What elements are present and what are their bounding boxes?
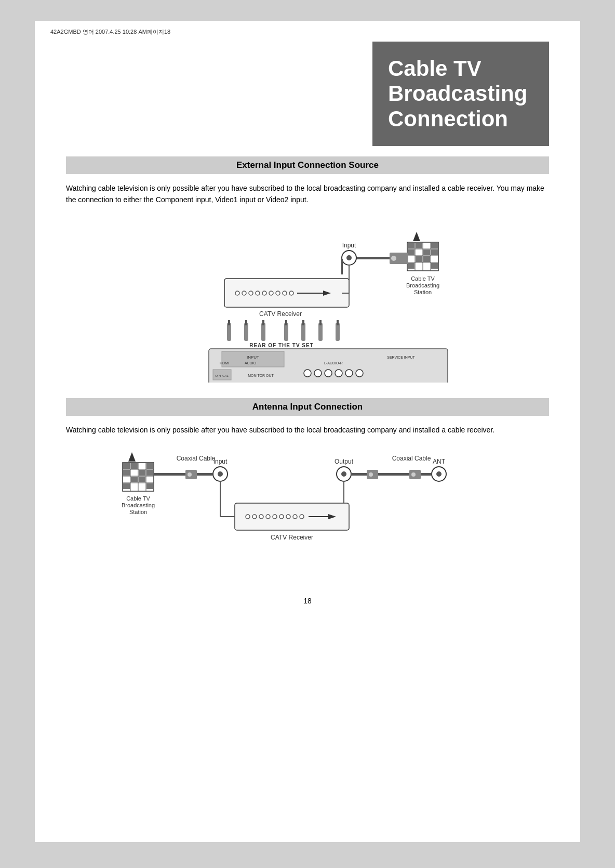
- svg-rect-98: [139, 477, 145, 482]
- diagram2-area: Cable TV Broadcasting Station Coaxial Ca…: [66, 446, 549, 581]
- svg-text:CATV Receiver: CATV Receiver: [259, 310, 302, 318]
- svg-point-107: [188, 472, 192, 477]
- svg-point-65: [335, 370, 342, 377]
- svg-rect-134: [378, 473, 409, 476]
- svg-rect-13: [431, 249, 438, 255]
- svg-rect-108: [197, 473, 212, 476]
- svg-rect-15: [423, 256, 430, 262]
- page-number: 18: [66, 597, 549, 605]
- svg-rect-11: [408, 249, 415, 255]
- svg-rect-95: [139, 470, 145, 476]
- svg-rect-8: [408, 243, 415, 248]
- svg-point-121: [300, 515, 304, 519]
- svg-rect-9: [416, 243, 422, 248]
- svg-rect-12: [423, 249, 430, 255]
- svg-point-136: [411, 472, 416, 477]
- svg-point-139: [436, 471, 442, 477]
- cable-station-bottom: Cable TV Broadcasting Station: [122, 452, 155, 515]
- svg-point-116: [266, 515, 270, 519]
- svg-point-63: [314, 370, 322, 377]
- svg-point-66: [345, 370, 353, 377]
- svg-point-120: [293, 515, 297, 519]
- svg-point-64: [325, 370, 332, 377]
- svg-rect-91: [123, 463, 130, 469]
- svg-point-110: [218, 471, 223, 477]
- svg-rect-10: [431, 243, 438, 248]
- coax-line-top: [354, 257, 390, 259]
- svg-rect-42: [245, 320, 247, 325]
- svg-rect-48: [302, 320, 304, 325]
- svg-text:REAR OF THE TV SET: REAR OF THE TV SET: [249, 343, 314, 348]
- svg-text:Coaxial Cable: Coaxial Cable: [177, 455, 216, 462]
- svg-text:ANT: ANT: [433, 458, 446, 465]
- svg-rect-24: [341, 259, 343, 274]
- svg-marker-0: [413, 232, 420, 241]
- svg-rect-41: [244, 323, 248, 341]
- svg-rect-14: [416, 256, 422, 262]
- svg-point-28: [256, 291, 260, 295]
- svg-rect-46: [285, 320, 287, 325]
- svg-text:CATV Receiver: CATV Receiver: [271, 534, 313, 541]
- section2-text: Watching cable television is only possib…: [66, 424, 549, 436]
- svg-point-133: [369, 472, 373, 477]
- svg-rect-52: [337, 320, 339, 325]
- cable-station-top: Cable TV Broadcasting Station: [406, 232, 439, 295]
- svg-rect-131: [351, 473, 367, 476]
- svg-text:Input: Input: [213, 458, 228, 465]
- svg-point-118: [279, 515, 284, 519]
- svg-rect-137: [421, 473, 431, 476]
- section1-text: Watching cable television is only possib…: [66, 182, 549, 206]
- svg-text:Station: Station: [129, 509, 147, 515]
- svg-rect-92: [131, 463, 138, 469]
- title-block: Cable TV Broadcasting Connection: [372, 42, 549, 146]
- svg-text:Input: Input: [342, 242, 356, 249]
- svg-rect-105: [154, 473, 185, 476]
- svg-rect-93: [146, 463, 153, 469]
- svg-point-115: [259, 515, 263, 519]
- svg-point-62: [304, 370, 311, 377]
- svg-rect-99: [123, 483, 130, 489]
- svg-text:SERVICE INPUT: SERVICE INPUT: [387, 356, 415, 359]
- svg-point-128: [341, 471, 346, 477]
- svg-rect-43: [261, 323, 265, 341]
- svg-rect-97: [131, 477, 138, 482]
- svg-text:MONITOR OUT: MONITOR OUT: [248, 374, 274, 377]
- svg-text:Cable TV: Cable TV: [411, 275, 435, 282]
- svg-rect-96: [146, 470, 153, 476]
- svg-rect-44: [262, 320, 264, 325]
- svg-point-27: [249, 291, 253, 295]
- svg-rect-100: [146, 483, 153, 489]
- svg-rect-51: [336, 323, 340, 341]
- svg-point-67: [356, 370, 363, 377]
- svg-text:OPTICAL: OPTICAL: [215, 374, 229, 377]
- svg-rect-17: [431, 263, 438, 269]
- svg-point-113: [246, 515, 250, 519]
- svg-point-26: [242, 291, 246, 295]
- header-meta: 42A2GMBD 영어 2007.4.25 10:28 AM페이지18: [50, 28, 170, 36]
- svg-point-21: [391, 256, 396, 261]
- svg-text:Station: Station: [414, 289, 432, 295]
- svg-point-31: [276, 291, 280, 295]
- svg-rect-50: [319, 320, 322, 325]
- svg-rect-40: [228, 320, 230, 325]
- svg-point-33: [289, 291, 293, 295]
- svg-text:Output: Output: [335, 458, 354, 465]
- svg-text:L-AUDIO-R: L-AUDIO-R: [324, 361, 343, 365]
- rca-cables: [227, 320, 340, 341]
- svg-text:Broadcasting: Broadcasting: [122, 502, 155, 508]
- diagram1-area: Cable TV Broadcasting Station Input: [66, 216, 549, 383]
- svg-point-117: [273, 515, 277, 519]
- svg-text:Cable TV: Cable TV: [126, 495, 150, 502]
- svg-text:AUDIO: AUDIO: [245, 361, 257, 365]
- svg-text:HDMI: HDMI: [220, 361, 229, 365]
- diagram1-svg: Cable TV Broadcasting Station Input: [146, 216, 469, 383]
- diagram2-svg: Cable TV Broadcasting Station Coaxial Ca…: [95, 446, 520, 581]
- svg-point-29: [262, 291, 266, 295]
- page: 42A2GMBD 영어 2007.4.25 10:28 AM페이지18 Cabl…: [35, 21, 580, 842]
- svg-rect-39: [227, 323, 231, 341]
- svg-point-30: [269, 291, 273, 295]
- svg-rect-49: [318, 323, 323, 341]
- svg-rect-94: [123, 470, 130, 476]
- svg-text:Coaxial Cable: Coaxial Cable: [392, 455, 431, 462]
- page-title: Cable TV Broadcasting Connection: [388, 56, 533, 131]
